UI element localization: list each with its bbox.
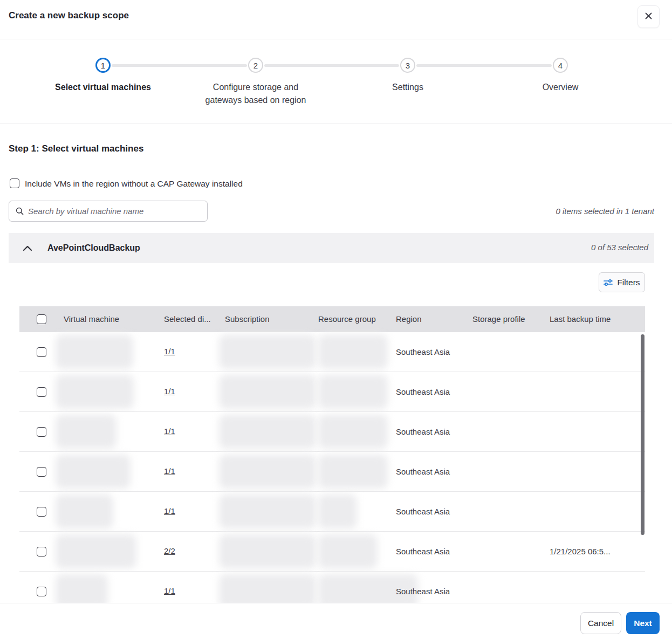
vm-name-redacted (56, 534, 136, 568)
chevron-up-icon (23, 245, 32, 251)
selected-disks-link[interactable]: 1/1 (164, 347, 175, 356)
tenant-accordion-header[interactable]: AvePointCloudBackup 0 of 53 selected (9, 233, 654, 263)
next-button[interactable]: Next (626, 612, 660, 634)
region-value: Southeast Asia (396, 587, 450, 596)
step-4-circle: 4 (553, 58, 568, 73)
step-1-circle: 1 (95, 58, 111, 73)
stepper-divider (0, 123, 672, 123)
search-icon (16, 207, 24, 215)
step-3-number: 3 (406, 61, 410, 70)
include-vms-label: Include VMs in the region without a CAP … (25, 179, 243, 189)
tenant-name: AvePointCloudBackup (47, 243, 140, 253)
close-button[interactable] (637, 5, 660, 28)
stepper-connector-2 (264, 64, 399, 67)
include-vms-checkbox[interactable] (10, 178, 19, 188)
row-checkbox[interactable] (37, 427, 46, 437)
step-1-label: Select virtual machines (36, 81, 170, 94)
selected-disks-link[interactable]: 2/2 (164, 546, 175, 555)
selected-disks-link[interactable]: 1/1 (164, 387, 175, 396)
header-divider (0, 39, 672, 39)
vm-name-redacted (56, 455, 131, 489)
table-row: 2/2 Southeast Asia 1/21/2025 06:5... (19, 532, 645, 572)
resource-group-redacted (318, 375, 388, 409)
vm-name-redacted (56, 415, 116, 449)
step-2-label: Configure storage and gateways based on … (196, 81, 315, 107)
table-row: 1/1 Southeast Asia (19, 412, 645, 452)
selected-disks-link[interactable]: 1/1 (164, 586, 175, 595)
region-value: Southeast Asia (396, 427, 450, 436)
row-checkbox[interactable] (37, 507, 46, 517)
vm-name-redacted (56, 494, 113, 528)
vm-name-redacted (56, 375, 134, 409)
resource-group-redacted (318, 455, 388, 489)
table-row: 1/1 Southeast Asia (19, 492, 645, 532)
vm-name-redacted (56, 574, 108, 603)
selected-disks-link[interactable]: 1/1 (164, 427, 175, 436)
resource-group-redacted (318, 494, 357, 528)
step-4-number: 4 (558, 61, 563, 70)
region-value: Southeast Asia (396, 387, 450, 396)
tenant-selected-summary: 0 of 53 selected (591, 243, 648, 252)
search-input[interactable] (28, 207, 202, 216)
subscription-redacted (219, 335, 316, 369)
region-value: Southeast Asia (396, 507, 450, 516)
row-checkbox[interactable] (37, 547, 46, 556)
selected-disks-link[interactable]: 1/1 (164, 506, 175, 516)
resource-group-redacted (318, 534, 378, 568)
col-region: Region (396, 314, 422, 324)
last-backup-value: 1/21/2025 06:5... (550, 547, 611, 556)
col-selected-disks: Selected di... (164, 314, 211, 324)
table-row: 1/1 Southeast Asia (19, 332, 645, 372)
close-icon (645, 12, 652, 21)
selected-disks-link[interactable]: 1/1 (164, 466, 175, 476)
vm-name-redacted (56, 335, 133, 369)
table-header-row: Virtual machine Selected di... Subscript… (19, 306, 645, 332)
col-last-backup: Last backup time (550, 314, 611, 324)
items-selected-summary: 0 items selected in 1 tenant (556, 207, 654, 216)
table-row: 1/1 Southeast Asia (19, 452, 645, 492)
resource-group-redacted (318, 415, 388, 449)
subscription-redacted (219, 494, 316, 528)
row-checkbox[interactable] (37, 467, 46, 477)
table-row: 1/1 Southeast Asia (19, 572, 645, 603)
select-all-checkbox[interactable] (37, 314, 46, 324)
subscription-redacted (219, 574, 316, 603)
col-virtual-machine: Virtual machine (64, 314, 119, 324)
step-2-circle: 2 (248, 58, 263, 73)
page-title: Create a new backup scope (9, 10, 129, 21)
table-row: 1/1 Southeast Asia (19, 372, 645, 412)
col-resource-group: Resource group (318, 314, 376, 324)
col-subscription: Subscription (225, 314, 270, 324)
step-4-label: Overview (528, 81, 593, 94)
filters-button[interactable]: Filters (599, 272, 645, 292)
subscription-redacted (219, 534, 316, 568)
row-checkbox[interactable] (37, 347, 46, 357)
subscription-redacted (219, 455, 316, 489)
subscription-redacted (219, 415, 316, 449)
filters-icon (604, 279, 613, 286)
row-checkbox[interactable] (37, 387, 46, 397)
footer-divider (0, 603, 672, 603)
resource-group-redacted (318, 335, 388, 369)
row-checkbox[interactable] (37, 587, 46, 596)
tenant-accordion: AvePointCloudBackup 0 of 53 selected Fil… (9, 233, 654, 603)
region-value: Southeast Asia (396, 547, 450, 556)
table-scrollbar-thumb[interactable] (641, 334, 644, 535)
step-2-number: 2 (253, 61, 258, 70)
vm-table: Virtual machine Selected di... Subscript… (19, 306, 645, 603)
step-1-number: 1 (101, 61, 105, 70)
stepper-connector-3 (416, 64, 552, 67)
subscription-redacted (219, 375, 316, 409)
filters-label: Filters (617, 278, 640, 287)
region-value: Southeast Asia (396, 467, 450, 476)
stepper-connector-1 (112, 64, 247, 67)
col-storage-profile: Storage profile (472, 314, 525, 324)
cancel-button[interactable]: Cancel (580, 612, 621, 634)
step-3-circle: 3 (400, 58, 415, 73)
step-heading: Step 1: Select virtual machines (9, 143, 143, 154)
vm-search-box[interactable] (9, 201, 208, 222)
step-3-label: Settings (375, 81, 440, 94)
region-value: Southeast Asia (396, 347, 450, 356)
